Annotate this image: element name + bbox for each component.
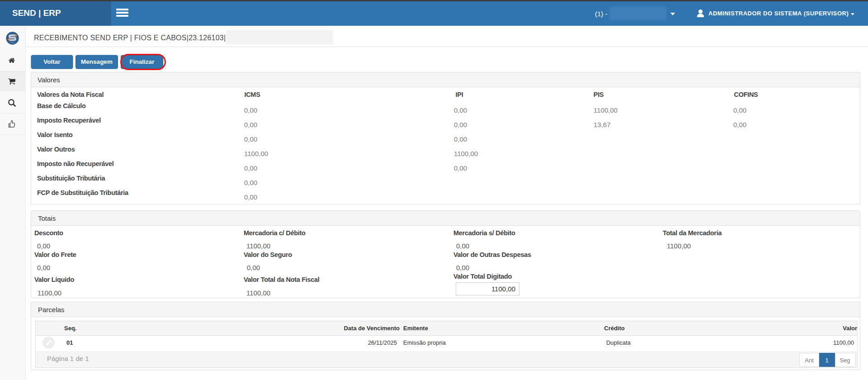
svg-text:erp: erp (10, 41, 14, 44)
